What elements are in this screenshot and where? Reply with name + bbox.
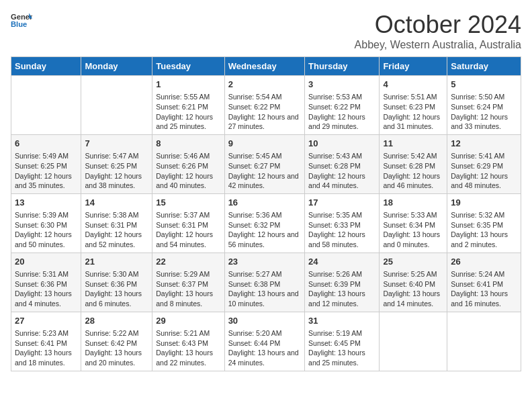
col-monday: Monday xyxy=(81,57,152,76)
day-number: 29 xyxy=(156,315,220,327)
daylight: Daylight: 13 hours and 24 minutes. xyxy=(228,348,301,367)
day-number: 23 xyxy=(228,256,301,268)
calendar-cell: 7Sunrise: 5:47 AMSunset: 6:25 PMDaylight… xyxy=(81,134,152,193)
sunset: Sunset: 6:31 PM xyxy=(85,220,148,230)
svg-text:Blue: Blue xyxy=(11,20,27,28)
sunrise: Sunrise: 5:55 AM xyxy=(156,92,220,102)
col-friday: Friday xyxy=(380,57,447,76)
sunset: Sunset: 6:32 PM xyxy=(228,220,301,230)
sunrise: Sunrise: 5:26 AM xyxy=(308,269,375,279)
calendar-cell: 21Sunrise: 5:30 AMSunset: 6:36 PMDayligh… xyxy=(81,253,152,312)
calendar-cell: 29Sunrise: 5:21 AMSunset: 6:43 PMDayligh… xyxy=(152,312,224,371)
daylight: Daylight: 13 hours and 18 minutes. xyxy=(15,348,77,367)
day-number: 10 xyxy=(308,138,375,150)
sunset: Sunset: 6:43 PM xyxy=(156,338,220,349)
sunset: Sunset: 6:31 PM xyxy=(156,220,220,230)
day-number: 24 xyxy=(308,256,375,268)
sunrise: Sunrise: 5:53 AM xyxy=(308,92,375,102)
daylight: Daylight: 13 hours and 6 minutes. xyxy=(85,289,148,308)
col-thursday: Thursday xyxy=(305,57,380,76)
daylight: Daylight: 12 hours and 33 minutes. xyxy=(451,112,517,132)
header: General Blue October 2024 Abbey, Western… xyxy=(11,11,521,51)
day-number: 16 xyxy=(228,197,301,209)
daylight: Daylight: 13 hours and 16 minutes. xyxy=(451,289,517,308)
sunset: Sunset: 6:35 PM xyxy=(451,220,517,230)
calendar-cell: 2Sunrise: 5:54 AMSunset: 6:22 PMDaylight… xyxy=(224,76,304,135)
sunrise: Sunrise: 5:35 AM xyxy=(308,210,375,220)
sunrise: Sunrise: 5:38 AM xyxy=(85,210,148,220)
sunrise: Sunrise: 5:20 AM xyxy=(228,328,301,338)
sunset: Sunset: 6:29 PM xyxy=(451,161,517,171)
sunrise: Sunrise: 5:25 AM xyxy=(383,269,443,279)
daylight: Daylight: 13 hours and 12 minutes. xyxy=(308,289,375,308)
day-number: 6 xyxy=(15,138,77,150)
sunset: Sunset: 6:22 PM xyxy=(308,102,375,112)
sunrise: Sunrise: 5:30 AM xyxy=(85,269,148,279)
day-number: 12 xyxy=(451,138,517,150)
day-number: 18 xyxy=(383,197,443,209)
day-number: 5 xyxy=(451,79,517,91)
daylight: Daylight: 12 hours and 54 minutes. xyxy=(156,230,220,249)
calendar-cell: 11Sunrise: 5:42 AMSunset: 6:28 PMDayligh… xyxy=(380,134,447,193)
sunset: Sunset: 6:45 PM xyxy=(308,338,375,349)
calendar-cell: 25Sunrise: 5:25 AMSunset: 6:40 PMDayligh… xyxy=(380,253,447,312)
sunset: Sunset: 6:27 PM xyxy=(228,161,301,171)
day-number: 14 xyxy=(85,197,148,209)
sunset: Sunset: 6:25 PM xyxy=(85,161,148,171)
calendar-cell xyxy=(81,76,152,135)
day-number: 30 xyxy=(228,315,301,327)
calendar-cell: 26Sunrise: 5:24 AMSunset: 6:41 PMDayligh… xyxy=(447,253,521,312)
day-number: 28 xyxy=(85,315,148,327)
day-number: 26 xyxy=(451,256,517,268)
sunrise: Sunrise: 5:45 AM xyxy=(228,151,301,161)
sunset: Sunset: 6:25 PM xyxy=(15,161,77,171)
daylight: Daylight: 12 hours and 29 minutes. xyxy=(308,112,375,132)
daylight: Daylight: 13 hours and 20 minutes. xyxy=(85,348,148,367)
daylight: Daylight: 12 hours and 46 minutes. xyxy=(383,171,443,191)
sunset: Sunset: 6:40 PM xyxy=(383,279,443,289)
calendar-cell: 31Sunrise: 5:19 AMSunset: 6:45 PMDayligh… xyxy=(305,312,380,371)
sunset: Sunset: 6:24 PM xyxy=(451,102,517,112)
sunrise: Sunrise: 5:39 AM xyxy=(15,210,77,220)
calendar-cell xyxy=(380,312,447,371)
calendar-cell: 1Sunrise: 5:55 AMSunset: 6:21 PMDaylight… xyxy=(152,76,224,135)
daylight: Daylight: 13 hours and 25 minutes. xyxy=(308,348,375,367)
daylight: Daylight: 12 hours and 52 minutes. xyxy=(85,230,148,249)
sunrise: Sunrise: 5:22 AM xyxy=(85,328,148,338)
sunset: Sunset: 6:28 PM xyxy=(308,161,375,171)
daylight: Daylight: 13 hours and 0 minutes. xyxy=(383,230,443,249)
calendar-cell: 20Sunrise: 5:31 AMSunset: 6:36 PMDayligh… xyxy=(11,253,81,312)
week-row-3: 20Sunrise: 5:31 AMSunset: 6:36 PMDayligh… xyxy=(11,253,521,312)
calendar-cell xyxy=(11,76,81,135)
calendar-cell: 16Sunrise: 5:36 AMSunset: 6:32 PMDayligh… xyxy=(224,193,304,253)
day-number: 31 xyxy=(308,315,375,327)
header-row: Sunday Monday Tuesday Wednesday Thursday… xyxy=(11,57,521,76)
sunrise: Sunrise: 5:29 AM xyxy=(156,269,220,279)
sunset: Sunset: 6:21 PM xyxy=(156,102,220,112)
day-number: 27 xyxy=(15,315,77,327)
sunrise: Sunrise: 5:42 AM xyxy=(383,151,443,161)
calendar-cell xyxy=(447,312,521,371)
daylight: Daylight: 12 hours and 25 minutes. xyxy=(156,112,220,132)
sunrise: Sunrise: 5:50 AM xyxy=(451,92,517,102)
daylight: Daylight: 13 hours and 8 minutes. xyxy=(156,289,220,308)
daylight: Daylight: 13 hours and 14 minutes. xyxy=(383,289,443,308)
sunrise: Sunrise: 5:33 AM xyxy=(383,210,443,220)
daylight: Daylight: 12 hours and 40 minutes. xyxy=(156,171,220,191)
calendar-cell: 24Sunrise: 5:26 AMSunset: 6:39 PMDayligh… xyxy=(305,253,380,312)
calendar-cell: 30Sunrise: 5:20 AMSunset: 6:44 PMDayligh… xyxy=(224,312,304,371)
calendar-cell: 13Sunrise: 5:39 AMSunset: 6:30 PMDayligh… xyxy=(11,193,81,253)
sunrise: Sunrise: 5:37 AM xyxy=(156,210,220,220)
sunrise: Sunrise: 5:54 AM xyxy=(228,92,301,102)
daylight: Daylight: 12 hours and 44 minutes. xyxy=(308,171,375,191)
calendar-cell: 8Sunrise: 5:46 AMSunset: 6:26 PMDaylight… xyxy=(152,134,224,193)
sunrise: Sunrise: 5:46 AM xyxy=(156,151,220,161)
logo-icon: General Blue xyxy=(11,11,32,30)
daylight: Daylight: 12 hours and 31 minutes. xyxy=(383,112,443,132)
sunset: Sunset: 6:28 PM xyxy=(383,161,443,171)
calendar-cell: 4Sunrise: 5:51 AMSunset: 6:23 PMDaylight… xyxy=(380,76,447,135)
calendar-cell: 19Sunrise: 5:32 AMSunset: 6:35 PMDayligh… xyxy=(447,193,521,253)
sunrise: Sunrise: 5:21 AM xyxy=(156,328,220,338)
day-number: 1 xyxy=(156,79,220,91)
sunset: Sunset: 6:30 PM xyxy=(15,220,77,230)
